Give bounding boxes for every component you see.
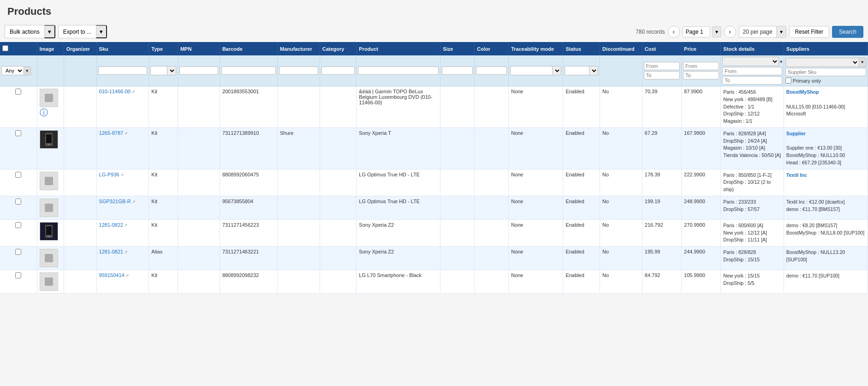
row-status-cell: Enabled [563,196,600,219]
filter-size-input[interactable] [442,66,473,75]
row-checkbox[interactable] [15,199,21,205]
filter-status-select[interactable] [589,66,598,75]
row-organizer-cell [64,86,96,128]
row-product-cell: Sony Xperia Z2 [357,247,440,270]
filter-row: Any ▾ [0,55,868,86]
filter-trace-input[interactable] [510,66,552,75]
primary-only-checkbox[interactable] [785,78,791,84]
supplier-main-link[interactable]: Textil Inc [786,172,807,178]
row-checkbox[interactable] [15,172,21,178]
filter-cost-col [642,55,681,86]
filter-sku-input[interactable] [98,66,148,75]
filter-supplier-select[interactable] [785,58,859,67]
page-input-group: ▾ [683,26,721,37]
sku-link[interactable]: 1265-8787 [99,130,124,136]
filter-supplier-sku-input[interactable] [785,68,866,76]
any-select[interactable]: Any [1,66,24,75]
filter-price-to[interactable] [683,71,719,79]
row-product-cell: &éàä | Garmin TOPO BeLux Belgium Luxembo… [357,86,440,128]
filter-stock-to[interactable] [722,76,782,84]
row-product-cell: LG L70 Smartphone - Black [357,270,440,294]
any-caret[interactable]: ▾ [24,66,31,75]
search-button[interactable]: Search [832,26,863,38]
sku-link[interactable]: LG-P936 [99,172,119,177]
th-suppliers: Suppliers [784,42,868,55]
filter-stock-select[interactable] [722,57,779,66]
th-cost: Cost [642,42,681,55]
select-all-checkbox[interactable] [2,45,8,51]
row-manufacturer-cell [277,196,320,219]
row-checkbox[interactable] [15,89,21,95]
row-image-cell: ⓘ [37,86,64,128]
th-status: Status [563,42,600,55]
page-select-caret[interactable]: ▾ [712,26,721,37]
table-row: 1265-8787↗Kit7311271389910ShureSony Xper… [0,127,868,169]
row-checkbox[interactable] [15,249,21,255]
export-button[interactable]: Export to ... [58,25,96,38]
row-suppliers-cell: Textil Inc : €12.00 [dcaefcx] demo : €11… [784,196,868,219]
row-status-cell: Enabled [563,247,600,270]
row-image-cell [37,219,64,246]
bulk-actions-caret[interactable]: ▾ [44,25,55,38]
row-sku-cell: 1281-0821↗ [96,247,149,270]
supplier-main-link[interactable]: BoostMyShop [786,89,819,95]
row-status-cell: Enabled [563,86,600,128]
supplier-info-text: Supplier Supplier one : €13.00 [30] Boos… [786,130,865,167]
row-discontinued-cell: No [600,247,642,270]
row-checkbox[interactable] [15,130,21,136]
sku-link[interactable]: SGP321GB-R [99,199,131,204]
row-price-cell: 105.9900 [682,270,721,294]
filter-stock-from[interactable] [722,67,782,75]
row-cost-cell: 67.29 [642,127,681,169]
filter-manufacturer-input[interactable] [279,66,318,75]
th-product: Product [357,42,440,55]
image-placeholder [40,89,58,107]
filter-category-input[interactable] [321,66,355,75]
table-row: LG-P936↗Kit8808992060475LG Optimus True … [0,169,868,196]
filter-color-input[interactable] [476,66,507,75]
row-checkbox[interactable] [15,272,21,278]
th-color: Color [475,42,509,55]
row-checkbox[interactable] [15,222,21,228]
row-trace-cell: None [509,247,563,270]
filter-supplier-caret[interactable]: ▾ [859,58,866,67]
filter-trace-col [509,55,563,86]
filter-supplier-col: ▾ Primary only [784,55,868,86]
prev-page-button[interactable]: ‹ [668,26,680,38]
next-page-button[interactable]: › [724,26,736,38]
supplier-info-text: demo : €8.20 [BMS157] BoostMyShop : NULL… [786,222,865,237]
export-caret[interactable]: ▾ [96,25,107,38]
filter-type-input[interactable] [150,66,167,75]
filter-price-from[interactable] [683,62,719,70]
filter-price-col [682,55,721,86]
row-discontinued-cell: No [600,196,642,219]
page-input[interactable] [683,26,710,37]
bulk-actions-button[interactable]: Bulk actions [5,25,44,38]
row-stock-cell: Paris : 456/456 New york : 489/489 [B] D… [721,86,784,128]
row-product-cell: LG Optimus True HD - LTE [357,196,440,219]
filter-barcode-input[interactable] [221,66,276,75]
filter-checkbox-col: Any ▾ [0,55,37,86]
filter-status-input[interactable] [565,66,589,75]
filter-product-input[interactable] [358,66,439,75]
filter-cost-to[interactable] [644,71,680,79]
sku-link[interactable]: 959150414 [99,272,125,278]
filter-sku-col [96,55,149,86]
per-page-caret[interactable]: ▾ [776,26,786,38]
row-mpn-cell [178,169,220,196]
filter-type-select[interactable] [167,66,176,75]
image-placeholder [40,199,58,217]
info-icon[interactable]: ⓘ [40,107,61,118]
sku-link[interactable]: 1281-0822 [99,222,124,228]
reset-filter-button[interactable]: Reset Filter [789,26,829,38]
filter-trace-select[interactable] [552,66,561,75]
row-mpn-cell [178,196,220,219]
filter-mpn-input[interactable] [179,66,218,75]
sku-link[interactable]: 010-11466-00 [99,89,131,94]
supplier-main-link[interactable]: Supplier [786,131,806,136]
row-discontinued-cell: No [600,169,642,196]
table-row: SGP321GB-R↗Kit95673855804LG Optimus True… [0,196,868,219]
sku-link[interactable]: 1281-0821 [99,249,124,254]
filter-cost-from[interactable] [644,62,680,70]
row-color-cell [475,270,509,294]
